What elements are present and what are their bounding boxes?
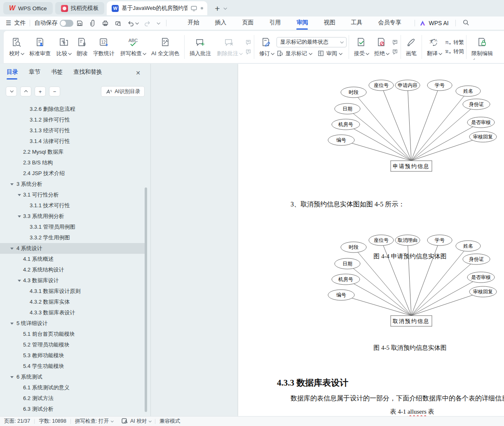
toc-item[interactable]: 3.1.2 操作可行性 <box>0 115 145 125</box>
toc-item[interactable]: 6.3 测试分析 <box>0 404 145 414</box>
to-simplified-button[interactable]: 繁 转简 <box>444 48 464 55</box>
toc-item[interactable]: 4.3 数据库设计 <box>0 275 145 286</box>
track-changes-button[interactable]: 修订 <box>256 35 277 59</box>
collapse-triangle-icon[interactable] <box>10 248 14 250</box>
toc-item[interactable]: 3.1.3 经济可行性 <box>0 125 145 136</box>
close-sidebar-icon[interactable]: ✕ <box>136 70 141 76</box>
document-page[interactable]: 时段座位号申请内容学号姓名身份证日期机房号是否审核审核回复编号申请预约信息 图 … <box>238 64 504 416</box>
toc-item[interactable]: 3.3.2 学生用例图 <box>0 232 145 243</box>
autosave-control[interactable]: 自动保存 <box>34 19 73 27</box>
toc-item[interactable]: 5 统详细设计 <box>0 318 145 329</box>
spell-check-button[interactable]: ABC 拼写检查 <box>117 35 148 59</box>
toc-item[interactable]: 3.1.1 技术可行性 <box>0 200 145 211</box>
toc-item[interactable]: 6.1 系统测试的意义 <box>0 382 145 393</box>
toc-item[interactable]: 5.3 教师功能模块 <box>0 350 145 361</box>
undo-button[interactable] <box>127 20 138 27</box>
menu-工具[interactable]: 工具 <box>351 19 362 27</box>
undo-chevron-icon[interactable] <box>136 21 139 24</box>
standard-review-button[interactable]: 标准审查 <box>26 35 54 59</box>
quickbar-chevron-icon[interactable] <box>157 21 160 24</box>
page-indicator[interactable]: 页面: 21/37 <box>4 418 30 425</box>
expand-all-button[interactable]: + <box>35 87 46 96</box>
autosave-toggle[interactable] <box>60 20 73 27</box>
translate-button[interactable]: 文A 翻译 <box>424 35 444 59</box>
menu-插入[interactable]: 插入 <box>215 19 226 27</box>
tab-toc[interactable]: 目录 <box>7 68 18 76</box>
word-count-button[interactable]: 12 字数统计 <box>90 35 117 59</box>
toc-item[interactable]: 4.1 系统概述 <box>0 254 145 264</box>
tab-list-chevron-icon[interactable] <box>224 6 227 9</box>
toc-item[interactable]: 3.3.1 管理员用例图 <box>0 222 145 232</box>
show-markup-button[interactable]: 显示标记 <box>277 50 312 57</box>
menu-页面[interactable]: 页面 <box>242 19 253 27</box>
tab-find-replace[interactable]: 查找和替换 <box>73 68 102 76</box>
ink-brush-button[interactable]: 画笔 <box>403 35 420 59</box>
tab-chapters[interactable]: 章节 <box>29 68 40 76</box>
collapse-triangle-icon[interactable] <box>10 376 14 378</box>
screen-share-icon[interactable] <box>190 5 197 12</box>
toc-item[interactable]: 6 系统测试 <box>0 372 145 382</box>
toc-item[interactable]: 4.2 系统结构设计 <box>0 264 145 275</box>
review-pane-button[interactable]: 审阅 <box>317 50 342 57</box>
toc-item[interactable]: 3 系统分析 <box>0 179 145 190</box>
markup-state-dropdown[interactable]: 显示标记的最终状态 <box>277 37 347 47</box>
ai-recognize-toc-button[interactable]: AI识别目录 <box>101 86 145 97</box>
tab-wps-office[interactable]: W WPS Office <box>3 2 53 14</box>
document-area[interactable]: 时段座位号申请内容学号姓名身份证日期机房号是否审核审核回复编号申请预约信息 图 … <box>151 64 504 416</box>
word-count-indicator[interactable]: 字数: 10898 <box>39 418 66 425</box>
previous-comment-button[interactable] <box>245 39 252 46</box>
ai-proofread-status[interactable]: AI 校对 <box>121 418 151 425</box>
collapse-triangle-icon[interactable] <box>18 215 21 218</box>
proofread-button[interactable]: 校对 <box>6 35 26 59</box>
insert-comment-button[interactable]: 插入批注 <box>187 35 214 59</box>
toc-item[interactable]: 6.2 测试方法 <box>0 393 145 404</box>
ribbon-expand-icon[interactable]: ⌟ <box>473 55 475 61</box>
toc-item[interactable]: 3.1 可行性分析 <box>0 190 145 200</box>
previous-revision-button[interactable] <box>391 39 399 46</box>
search-icon[interactable] <box>462 19 469 27</box>
collapse-triangle-icon[interactable] <box>18 280 21 282</box>
wps-ai-button[interactable]: WPS AI <box>419 20 448 27</box>
menu-视图[interactable]: 视图 <box>323 19 335 27</box>
collapse-all-button[interactable]: − <box>49 87 60 96</box>
tab-current-document[interactable]: W 基于JavaWeb的机房预约管理 <box>107 1 207 15</box>
toc-item[interactable]: 5.2 管理员功能模块 <box>0 339 145 350</box>
menu-引用[interactable]: 引用 <box>269 19 281 27</box>
toc-item[interactable]: 2.3 B/S 结构 <box>0 157 145 168</box>
compare-button[interactable]: 比较 <box>54 35 74 59</box>
collapse-triangle-icon[interactable] <box>10 183 14 185</box>
hamburger-icon[interactable]: ☰ <box>6 19 11 27</box>
collapse-triangle-icon[interactable] <box>10 323 14 325</box>
toc-item[interactable]: 4 系统设计 <box>0 243 145 254</box>
menu-会员专享[interactable]: 会员专享 <box>378 19 401 27</box>
toc-item[interactable]: 4.3.2 数据库实体 <box>0 297 145 307</box>
print-preview-button[interactable] <box>115 20 122 27</box>
toc-item[interactable]: 2.4 JSP 技术介绍 <box>0 168 145 179</box>
toc-item[interactable]: 3.3 系统用例分析 <box>0 211 145 222</box>
toc-item[interactable]: 2.2 Mysql 数据库 <box>0 147 145 157</box>
save-button[interactable] <box>76 20 83 27</box>
redo-button[interactable] <box>144 20 151 27</box>
read-aloud-button[interactable]: 朗读 <box>74 35 90 59</box>
delete-comment-button[interactable]: 删除批注 <box>214 35 245 59</box>
expand-down-button[interactable] <box>6 87 17 96</box>
menu-审阅[interactable]: 审阅 <box>296 19 308 27</box>
spellcheck-status[interactable]: 拼写检查: 打开 <box>75 418 113 425</box>
toc-item[interactable]: 4.3.3 数据库表设计 <box>0 307 145 318</box>
new-tab-button[interactable]: + <box>215 4 220 13</box>
toc-item[interactable]: 3.1.4 法律可行性 <box>0 136 145 147</box>
next-revision-button[interactable] <box>391 48 399 55</box>
file-menu[interactable]: 文件 <box>14 19 26 27</box>
export-pdf-button[interactable] <box>89 20 96 27</box>
ai-polish-button[interactable]: AI 全文润色 <box>148 35 182 59</box>
collapse-up-button[interactable] <box>20 87 31 96</box>
toc-item[interactable]: 5.4 学生功能模块 <box>0 361 145 372</box>
accept-revision-button[interactable]: 接受 <box>351 35 371 59</box>
menu-开始[interactable]: 开始 <box>188 19 199 27</box>
tab-bookmarks[interactable]: 书签 <box>51 68 63 76</box>
toc-item[interactable]: 3.2.6 删除信息流程 <box>0 104 145 115</box>
reject-revision-button[interactable]: 拒绝 <box>371 35 391 59</box>
collapse-triangle-icon[interactable] <box>18 194 21 196</box>
restrict-editing-button[interactable]: 限制编辑 <box>469 35 496 59</box>
tab-docer-template[interactable]: 找稻壳模板 <box>55 2 105 14</box>
